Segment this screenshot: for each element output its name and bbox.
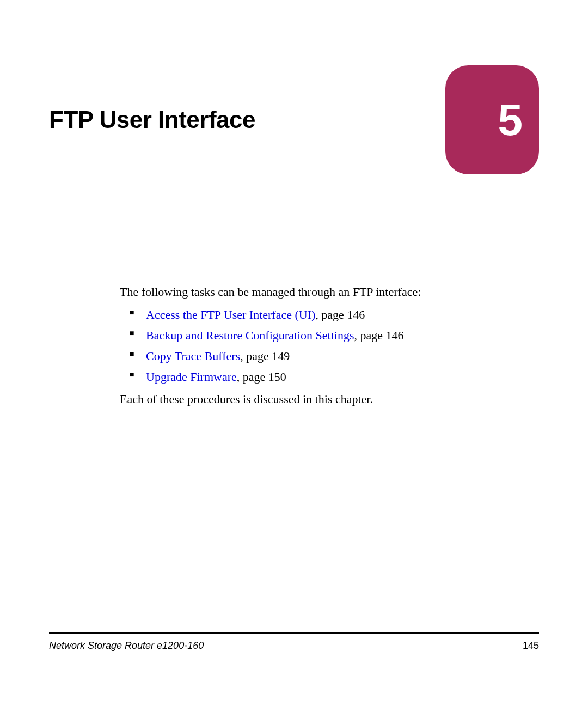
document-page: FTP User Interface 5 The following tasks… <box>0 0 588 706</box>
footer-rule <box>49 632 539 634</box>
chapter-title: FTP User Interface <box>49 106 255 133</box>
page-reference: , page 146 <box>315 308 365 321</box>
cross-reference-link[interactable]: Backup and Restore Configuration Setting… <box>146 328 354 342</box>
intro-paragraph: The following tasks can be managed throu… <box>120 283 539 301</box>
page-reference: , page 146 <box>354 328 404 342</box>
chapter-number: 5 <box>498 94 523 145</box>
chapter-header: FTP User Interface 5 <box>49 65 539 174</box>
page-footer: Network Storage Router e1200-160 145 <box>49 640 539 652</box>
task-list: Access the FTP User Interface (UI), page… <box>130 306 539 386</box>
cross-reference-link[interactable]: Access the FTP User Interface (UI) <box>146 308 315 321</box>
list-item: Access the FTP User Interface (UI), page… <box>130 306 539 324</box>
cross-reference-link[interactable]: Upgrade Firmware <box>146 370 237 384</box>
chapter-badge: 5 <box>445 65 539 174</box>
list-item: Backup and Restore Configuration Setting… <box>130 327 539 344</box>
footer-page-number: 145 <box>523 640 539 652</box>
list-item: Copy Trace Buffers, page 149 <box>130 348 539 365</box>
footer-document-title: Network Storage Router e1200-160 <box>49 640 204 652</box>
closing-paragraph: Each of these procedures is discussed in… <box>120 391 539 408</box>
page-reference: , page 149 <box>240 349 290 363</box>
page-reference: , page 150 <box>237 370 286 384</box>
cross-reference-link[interactable]: Copy Trace Buffers <box>146 349 240 363</box>
chapter-content: The following tasks can be managed throu… <box>120 283 539 408</box>
list-item: Upgrade Firmware, page 150 <box>130 368 539 386</box>
